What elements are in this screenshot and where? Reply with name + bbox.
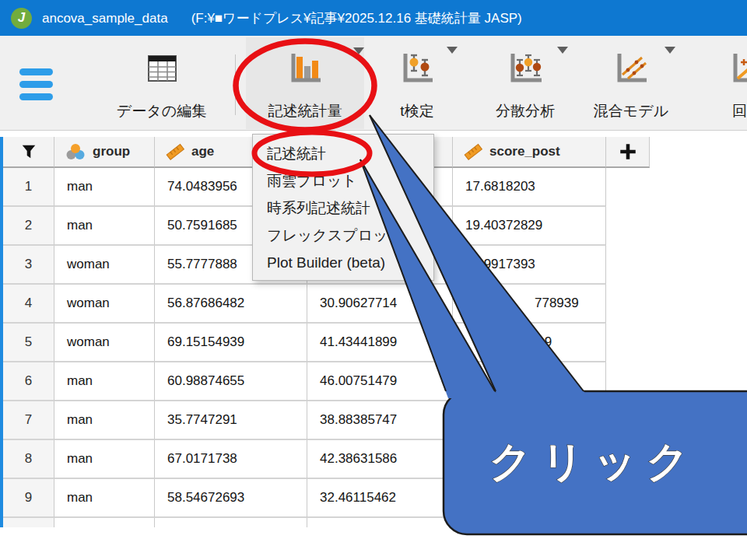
table-cell[interactable]: 56.87686482 xyxy=(155,285,307,324)
mixed-models-label: 混合モデル xyxy=(584,101,679,121)
toolbar-separator xyxy=(235,54,236,115)
table-row: 8man67.017173842.38631586 xyxy=(3,440,651,479)
table-row: 6man60.9887465546.0075147925. xyxy=(3,362,651,401)
filter-icon xyxy=(20,143,37,160)
chevron-down-icon xyxy=(353,47,364,54)
row-number-cell xyxy=(3,518,54,527)
row-number-cell: 6 xyxy=(3,362,54,401)
continuous-scale-icon xyxy=(166,142,184,161)
slopes-scatter-icon xyxy=(612,50,650,87)
table-cell[interactable]: 69.15154939 xyxy=(155,324,307,362)
column-header-group[interactable]: group xyxy=(54,137,155,168)
table-row: 4woman56.8768648230.90627714778939 xyxy=(3,285,651,324)
table-row: 5woman69.1515493941.43441899119 xyxy=(3,324,651,362)
table-cell[interactable] xyxy=(453,479,606,518)
menu-item-3[interactable]: フレックスプロット xyxy=(253,222,433,249)
title-bar: J ancova_sample_data(F:¥■ワードプレス¥記事¥2025.… xyxy=(0,0,747,36)
table-cell[interactable]: 46.00751479 xyxy=(307,362,453,401)
chevron-down-icon xyxy=(447,47,458,54)
anova-button[interactable]: 分散分析 xyxy=(479,37,571,129)
hamburger-bar xyxy=(19,68,53,75)
regression-label: 回帰 xyxy=(704,101,747,121)
descriptives-button[interactable]: 記述統計量 xyxy=(246,37,364,129)
table-cell[interactable]: 778939 xyxy=(453,285,606,324)
nominal-scale-icon xyxy=(65,142,86,161)
column-header-score-post[interactable]: score_post xyxy=(453,137,606,168)
table-row: 7man35.774729138.88385747 xyxy=(3,401,651,440)
table-cell[interactable]: woman xyxy=(54,324,155,362)
window-title: ancova_sample_data(F:¥■ワードプレス¥記事¥2025.12… xyxy=(42,9,522,27)
hamburger-menu-button[interactable] xyxy=(19,68,53,100)
row-number-cell: 5 xyxy=(3,324,54,362)
table-cell[interactable]: man xyxy=(54,401,155,440)
table-cell[interactable]: 38.88385747 xyxy=(307,401,453,440)
table-cell[interactable]: 119 xyxy=(453,324,606,362)
table-row: 9man58.5467269332.46115462 xyxy=(3,479,651,518)
table-cell[interactable]: man xyxy=(54,479,155,518)
bar-chart-icon xyxy=(286,50,324,87)
menu-item-2[interactable]: 時系列記述統計 xyxy=(253,194,433,222)
table-cell[interactable] xyxy=(453,518,606,527)
menu-item-0[interactable]: 記述統計 xyxy=(253,140,433,167)
table-cell[interactable]: 42.38631586 xyxy=(307,440,453,479)
regression-button[interactable]: 回帰 xyxy=(704,37,747,129)
table-cell[interactable]: man xyxy=(54,207,155,246)
edit-data-button[interactable]: データの編集 xyxy=(101,37,222,129)
row-number-cell: 9 xyxy=(3,479,54,518)
errorbar-2-icon xyxy=(398,50,436,87)
continuous-scale-icon xyxy=(464,142,482,161)
jasp-logo-icon: J xyxy=(11,8,32,29)
row-number-cell: 3 xyxy=(3,246,54,285)
row-number-cell: 1 xyxy=(3,168,54,207)
table-cell[interactable] xyxy=(453,401,606,440)
anova-label: 分散分析 xyxy=(479,101,571,121)
regression-line-icon xyxy=(728,50,747,87)
chevron-down-icon xyxy=(665,47,675,54)
hamburger-bar xyxy=(19,81,53,88)
table-cell[interactable]: man xyxy=(54,168,155,207)
menu-item-4[interactable]: Plot Builder (beta) xyxy=(253,249,433,276)
table-cell[interactable] xyxy=(453,440,606,479)
edit-data-label: データの編集 xyxy=(101,101,222,121)
hamburger-bar xyxy=(19,93,53,100)
row-number-cell: 8 xyxy=(3,440,54,479)
column-label: age xyxy=(191,144,214,159)
column-label: score_post xyxy=(489,144,560,159)
table-cell[interactable] xyxy=(307,518,453,527)
menu-item-1[interactable]: 雨雲プロット xyxy=(253,167,433,194)
table-cell[interactable]: man xyxy=(54,362,155,401)
plus-icon xyxy=(618,142,638,162)
table-cell[interactable]: 30.90627714 xyxy=(307,285,453,324)
table-grid-icon xyxy=(143,50,181,87)
ribbon-toolbar: データの編集 記述統計量 t検定 xyxy=(0,36,747,131)
table-cell[interactable]: woman xyxy=(54,246,155,285)
table-cell[interactable]: 67.0171738 xyxy=(155,440,307,479)
table-cell[interactable] xyxy=(54,518,155,527)
row-number-cell: 2 xyxy=(3,207,54,246)
t-test-label: t検定 xyxy=(375,101,459,121)
descriptives-label: 記述統計量 xyxy=(246,101,364,121)
table-cell[interactable]: man xyxy=(54,440,155,479)
row-number-cell: 4 xyxy=(3,285,54,324)
table-row xyxy=(3,518,651,527)
table-cell[interactable]: woman xyxy=(54,285,155,324)
table-cell[interactable]: 41.43441899 xyxy=(307,324,453,362)
table-cell[interactable]: 19.40372829 xyxy=(453,207,606,246)
filter-header-cell[interactable] xyxy=(3,137,54,168)
row-number-cell: 7 xyxy=(3,401,54,440)
table-cell[interactable]: 25. xyxy=(453,362,606,401)
t-test-button[interactable]: t検定 xyxy=(375,37,459,129)
chevron-down-icon xyxy=(557,47,568,54)
table-cell[interactable]: 32.46115462 xyxy=(307,479,453,518)
table-cell[interactable]: 8.19917393 xyxy=(453,246,606,285)
column-label: group xyxy=(93,144,130,159)
table-cell[interactable]: 35.7747291 xyxy=(155,401,307,440)
table-cell[interactable]: 60.98874655 xyxy=(155,362,307,401)
add-column-button[interactable] xyxy=(606,137,650,168)
table-cell[interactable]: 17.6818203 xyxy=(453,168,606,207)
table-cell[interactable]: 58.54672693 xyxy=(155,479,307,518)
mixed-models-button[interactable]: 混合モデル xyxy=(584,37,679,129)
document-path: (F:¥■ワードプレス¥記事¥2025.12.16 基礎統計量 JASP) xyxy=(191,11,522,26)
table-cell[interactable] xyxy=(155,518,307,527)
errorbar-3-icon xyxy=(506,50,545,87)
